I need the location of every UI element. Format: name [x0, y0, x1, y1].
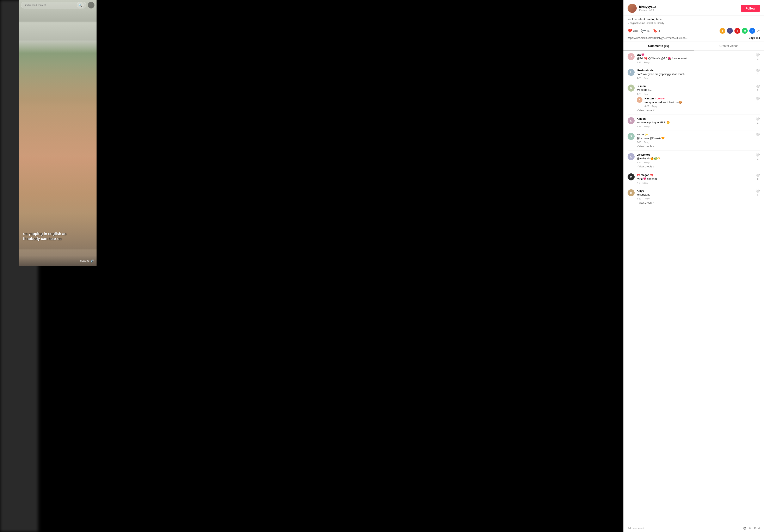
- volume-button[interactable]: 🔊: [91, 259, 94, 263]
- video-topbar: 🔍 ···: [19, 0, 96, 10]
- video-player[interactable]: 🔍 ··· us yapping in english as if nobody…: [19, 0, 96, 266]
- progress-fill: [22, 261, 23, 261]
- time-display: 0:00/0:00: [80, 260, 89, 262]
- video-caption: us yapping in english as if nobody can h…: [23, 232, 66, 241]
- search-icon[interactable]: 🔍: [77, 2, 84, 8]
- progress-bar[interactable]: [22, 261, 79, 261]
- search-bar[interactable]: 🔍: [21, 2, 86, 8]
- caption-text: us yapping in english as if nobody can h…: [23, 232, 66, 241]
- video-persons: [19, 63, 96, 250]
- search-input[interactable]: [24, 4, 75, 7]
- more-options-button[interactable]: ···: [88, 2, 95, 8]
- video-bottombar: 0:00/0:00 🔊: [19, 256, 96, 266]
